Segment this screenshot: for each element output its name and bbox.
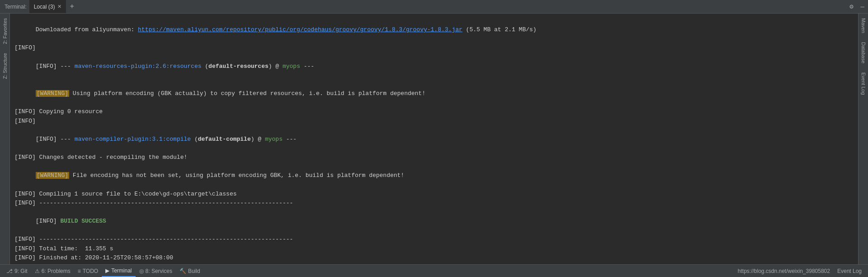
status-terminal[interactable]: ▶ Terminal — [102, 265, 135, 277]
compiler-plugin-name: maven-compiler-plugin:3.1:compile — [75, 136, 191, 143]
build-icon: 🔨 — [179, 268, 186, 274]
status-url[interactable]: https://blog.csdn.net/weixin_39805802 — [734, 268, 834, 274]
terminal-line-1: [INFO] — [14, 43, 854, 53]
tab-local3-label: Local (3) — [34, 4, 55, 10]
download-link[interactable]: https://maven.aliyun.com/repository/publ… — [138, 26, 462, 33]
tab-bar: Terminal: Local (3) ✕ + ⚙ — — [0, 0, 868, 14]
sidebar-item-database[interactable]: Database — [860, 38, 867, 68]
git-icon: ⎇ — [6, 268, 13, 274]
sidebar-item-eventlog[interactable]: Event Log — [860, 68, 867, 100]
terminal-line-success: [INFO] BUILD SUCCESS — [14, 208, 854, 235]
tab-close-icon[interactable]: ✕ — [57, 4, 61, 10]
warning-tag-1: [WARNING] — [36, 90, 69, 97]
problems-label: 6: Problems — [42, 268, 71, 274]
download-suffix: (5.5 MB at 2.1 MB/s) — [462, 26, 537, 33]
services-icon: ◎ — [139, 268, 144, 274]
terminal-line-copying: [INFO] Copying 0 resource — [14, 107, 854, 116]
status-problems[interactable]: ⚠ 6: Problems — [31, 265, 74, 277]
terminal-line-resources-plugin: [INFO] --- maven-resources-plugin:2.6:re… — [14, 53, 854, 80]
sidebar-item-structure[interactable]: Z: Structure — [1, 48, 9, 83]
terminal-line-compiling: [INFO] Compiling 1 source file to E:\cod… — [14, 190, 854, 199]
status-todo[interactable]: ≡ TODO — [74, 265, 102, 277]
terminal-icon: ▶ — [105, 267, 109, 274]
status-bar-right: https://blog.csdn.net/weixin_39805802 Ev… — [734, 268, 865, 274]
todo-label: TODO — [83, 268, 98, 274]
status-bar: ⎇ 9: Git ⚠ 6: Problems ≡ TODO ▶ Terminal… — [0, 264, 868, 277]
sidebar-item-maven[interactable]: Maven — [860, 14, 867, 38]
terminal-line-2: [INFO] — [14, 117, 854, 126]
terminal-line-time: [INFO] Total time: 11.355 s — [14, 244, 854, 253]
tab-bar-actions: ⚙ — — [848, 3, 866, 10]
main-area: 2: Favorites Z: Structure Downloaded fro… — [0, 14, 868, 264]
resources-plugin-name: maven-resources-plugin:2.6:resources — [75, 63, 202, 70]
services-label: 8: Services — [146, 268, 172, 274]
terminal-line-warning-2: [WARNING] File encoding has not been set… — [14, 162, 854, 189]
compiler-goal: default-compile — [198, 136, 251, 143]
warning-tag-2: [WARNING] — [36, 172, 69, 179]
myops-label-1: myops — [283, 63, 300, 70]
status-build[interactable]: 🔨 Build — [176, 265, 204, 277]
tab-local3[interactable]: Local (3) ✕ — [29, 0, 66, 13]
terminal-line-finished: [INFO] Finished at: 2020-11-25T20:58:57+… — [14, 253, 854, 263]
event-log-label[interactable]: Event Log — [834, 268, 865, 274]
minimize-icon[interactable]: — — [859, 3, 866, 10]
left-panel: 2: Favorites Z: Structure — [0, 14, 10, 264]
tab-add-button[interactable]: + — [66, 3, 78, 10]
terminal-status-label: Terminal — [111, 267, 132, 274]
terminal-line-download: Downloaded from aliyunmaven: https://mav… — [14, 16, 854, 43]
git-label: 9: Git — [14, 268, 28, 274]
terminal-output[interactable]: Downloaded from aliyunmaven: https://mav… — [10, 14, 858, 264]
todo-icon: ≡ — [78, 268, 81, 274]
settings-icon[interactable]: ⚙ — [848, 3, 855, 10]
status-git[interactable]: ⎇ 9: Git — [3, 265, 31, 277]
terminal-line-sep1: [INFO] ---------------------------------… — [14, 199, 854, 208]
terminal-label: Terminal: — [2, 4, 29, 10]
right-panel: Maven Database Event Log — [858, 14, 868, 264]
terminal-line-changes: [INFO] Changes detected - recompiling th… — [14, 153, 854, 162]
resources-goal: default-resources — [208, 63, 269, 70]
build-success-text: BUILD SUCCESS — [60, 218, 106, 224]
terminal-line-warning-1: [WARNING] Using platform encoding (GBK a… — [14, 80, 854, 107]
download-prefix: Downloaded from aliyunmaven: — [36, 26, 138, 33]
sidebar-item-favorites[interactable]: 2: Favorites — [1, 14, 9, 48]
status-services[interactable]: ◎ 8: Services — [136, 265, 176, 277]
build-label: Build — [188, 268, 200, 274]
problems-icon: ⚠ — [35, 268, 40, 274]
terminal-line-compiler-plugin: [INFO] --- maven-compiler-plugin:3.1:com… — [14, 126, 854, 153]
terminal-line-sep2: [INFO] ---------------------------------… — [14, 235, 854, 244]
myops-label-2: myops — [265, 136, 283, 143]
